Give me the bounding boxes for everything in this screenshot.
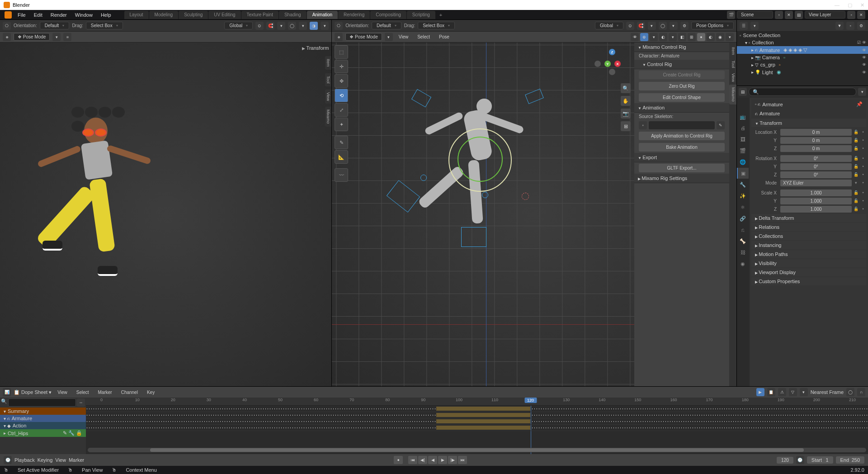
mode-link-icon[interactable]: ▾ xyxy=(385,33,393,41)
tab-sculpting[interactable]: Sculpting xyxy=(179,11,208,19)
shading-rendered-icon[interactable]: ◉ xyxy=(716,33,724,41)
play-reverse-button[interactable]: ◀ xyxy=(428,456,437,464)
channel-ctrl-hips[interactable]: ▸ Ctrl_Hips✎ 🔧 🔒 xyxy=(0,429,86,437)
tab-world-icon[interactable]: 🌐 xyxy=(737,156,749,167)
blender-icon[interactable] xyxy=(5,11,12,19)
scale-x[interactable]: 1.000 xyxy=(780,190,852,196)
snap-type-select[interactable]: Nearest Frame xyxy=(811,389,844,395)
maximize-button[interactable]: ▢ xyxy=(848,2,852,8)
property-breadcrumb[interactable]: ▫ ⎌ Armature📌 xyxy=(751,100,866,109)
jump-end-button[interactable]: ⏭ xyxy=(458,456,467,464)
side-tab-view[interactable]: View xyxy=(729,71,736,85)
drag-select[interactable]: Select Box xyxy=(418,22,455,29)
transform-tool[interactable]: ✦ xyxy=(335,118,348,131)
pan-icon[interactable]: ✋ xyxy=(621,96,631,106)
viewlayer-new-icon[interactable]: ▫ xyxy=(847,11,855,19)
new-collection-icon[interactable]: ▫ xyxy=(846,22,854,30)
tab-object-icon[interactable]: ▣ xyxy=(737,168,749,179)
outliner-item-camera[interactable]: ▸ 📷 Camera ▫👁 xyxy=(737,54,868,61)
menu-window[interactable]: Window xyxy=(71,12,97,18)
rotate-tool[interactable]: ⟲ xyxy=(335,89,348,102)
xray-icon[interactable]: ◧ xyxy=(678,33,686,41)
tool-settings-icon[interactable]: ⎔ xyxy=(3,22,11,30)
tab-uv-editing[interactable]: UV Editing xyxy=(208,11,241,19)
menu-render[interactable]: Render xyxy=(47,12,71,18)
orientation-select[interactable]: Default xyxy=(372,22,401,29)
menu-help[interactable]: Help xyxy=(97,12,115,18)
proportional-dope-icon[interactable]: ◯ xyxy=(846,388,854,396)
editor-type-icon[interactable]: ⎈ xyxy=(3,33,11,41)
snap-icon[interactable]: 🧲 xyxy=(637,22,645,30)
zoom-icon[interactable]: 🔍 xyxy=(621,83,631,93)
minimize-button[interactable]: — xyxy=(835,2,840,8)
shading-dropdown-icon[interactable]: ▾ xyxy=(726,33,734,41)
scale-z[interactable]: 1.000 xyxy=(780,206,852,213)
view-menu[interactable]: View xyxy=(396,34,412,39)
selected-only-icon[interactable]: ⚠ xyxy=(778,388,786,396)
camera-icon[interactable]: 📷 xyxy=(621,109,631,118)
properties-options-icon[interactable]: ▾ xyxy=(858,88,866,96)
annotate-tool[interactable]: ✎ xyxy=(335,136,348,149)
visibility-icon[interactable]: 👁 xyxy=(631,33,639,41)
transform-orientation[interactable]: Global xyxy=(224,22,253,29)
create-control-rig-button[interactable]: Create Control Rig xyxy=(639,71,725,79)
tab-modeling[interactable]: Modeling xyxy=(149,11,179,19)
play-button[interactable]: ▶ xyxy=(438,456,447,464)
tab-data-icon[interactable]: ⎌ xyxy=(737,224,749,235)
perspective-icon[interactable]: ⊞ xyxy=(621,121,631,131)
pivot-icon[interactable]: ⊙ xyxy=(626,22,634,30)
pivot-icon[interactable]: ⊙ xyxy=(255,22,264,30)
filter-dropdown-icon[interactable]: ▾ xyxy=(800,388,808,396)
tab-render-icon[interactable]: 📺 xyxy=(737,111,749,122)
dope-mode-select[interactable]: 📋 Dope Sheet ▾ xyxy=(14,389,52,395)
lock-icon[interactable]: 🔓 xyxy=(853,205,859,213)
tab-scripting[interactable]: Scripting xyxy=(407,11,435,19)
tab-particles-icon[interactable]: ✨ xyxy=(737,190,749,201)
dope-select-menu[interactable]: Select xyxy=(73,390,92,395)
shading-material-icon[interactable]: ◐ xyxy=(707,33,715,41)
add-workspace-button[interactable]: + xyxy=(436,11,446,19)
panel-collections[interactable]: Collections xyxy=(751,232,866,240)
tab-physics-icon[interactable]: ⚛ xyxy=(737,202,749,213)
shading-solid-icon[interactable]: ● xyxy=(697,33,705,41)
tl-marker-menu[interactable]: Marker xyxy=(69,457,84,463)
zero-out-rig-button[interactable]: Zero Out Rig xyxy=(639,82,725,90)
options-icon[interactable]: ⚙ xyxy=(680,22,689,30)
transform-panel-collapsed[interactable]: ▶ Transform xyxy=(302,45,329,51)
jump-start-button[interactable]: ⏮ xyxy=(408,456,417,464)
outliner-collection[interactable]: ▾ ▫ Collection☑ 👁 xyxy=(737,39,868,46)
outliner-editor-icon[interactable]: ☰ xyxy=(740,22,748,30)
preview-range-icon[interactable]: 🕐 xyxy=(796,456,804,464)
viewlayer-browse-icon[interactable]: ▤ xyxy=(795,11,803,19)
side-tab-tool[interactable]: Tool xyxy=(325,73,331,86)
tab-texture-paint[interactable]: Texture Paint xyxy=(241,11,278,19)
lock-icon[interactable]: 🔓 xyxy=(853,163,859,170)
overlays-dropdown-icon[interactable]: ▾ xyxy=(669,33,677,41)
gizmo-toggle-icon[interactable]: ⊕ xyxy=(640,33,648,41)
location-z[interactable]: 0 m xyxy=(780,145,852,152)
scene-delete-icon[interactable]: ✕ xyxy=(785,11,793,19)
property-name-field[interactable]: ⎌ Armature xyxy=(751,109,866,118)
tool-settings-icon[interactable]: ⎔ xyxy=(335,22,343,30)
prev-keyframe-button[interactable]: ◀| xyxy=(418,456,427,464)
lock-icon[interactable]: 🔓 xyxy=(853,189,859,196)
control-rig-header[interactable]: Control Rig xyxy=(634,60,729,69)
cursor-tool[interactable]: ✛ xyxy=(335,60,348,73)
mode-context-icon[interactable]: ≡ xyxy=(63,33,71,41)
rotation-mode[interactable]: XYZ Euler xyxy=(780,180,852,186)
close-button[interactable]: ✕ xyxy=(860,2,864,8)
tab-boneconstraint-icon[interactable]: ⛓ xyxy=(737,247,749,258)
overlays-icon[interactable]: ◐ xyxy=(659,33,667,41)
filter-funnel-icon[interactable]: ▼ xyxy=(835,22,844,30)
gizmo-dropdown-icon[interactable]: ▾ xyxy=(650,33,658,41)
pose-menu[interactable]: Pose xyxy=(436,34,453,39)
mixamo-rig-settings-header[interactable]: Mixamo Rig Settings xyxy=(634,174,729,183)
panel-instancing[interactable]: Instancing xyxy=(751,241,866,249)
scene-new-icon[interactable]: ▫ xyxy=(775,11,783,19)
dope-editor-icon[interactable]: 📊 xyxy=(3,388,11,396)
summary-icon[interactable]: 📋 xyxy=(767,388,775,396)
gltf-export-button[interactable]: GLTF Export... xyxy=(639,164,725,172)
mode-select-right[interactable]: Pose Mode xyxy=(345,33,382,41)
dope-view-menu[interactable]: View xyxy=(54,390,71,395)
options-dropdown-icon[interactable]: ▾ xyxy=(321,22,329,30)
